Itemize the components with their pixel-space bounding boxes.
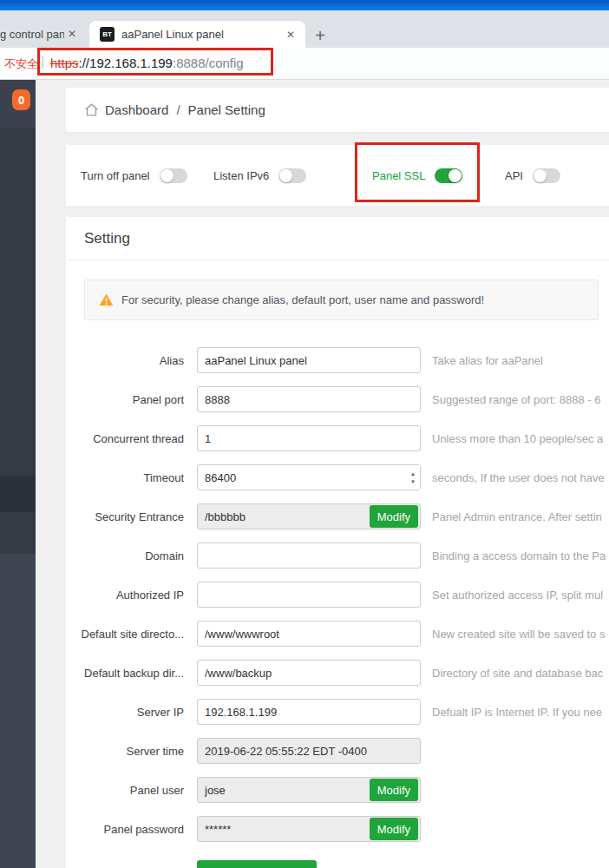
field-label: Authorized IP (66, 589, 184, 602)
window-titlebar (0, 0, 609, 10)
breadcrumb-current: Panel Setting (188, 102, 265, 117)
toggle-panel-ssl[interactable]: Panel SSL (372, 145, 462, 206)
toggle-knob (279, 169, 292, 182)
field-input[interactable] (197, 582, 421, 608)
spinner-down-icon[interactable]: ▼ (410, 479, 416, 484)
field-wrap (197, 347, 421, 373)
field-wrap (197, 621, 421, 647)
form-row-panel-port: Panel port Suggested range of port: 8888… (66, 386, 609, 412)
field-help: New created site will be saved to s (432, 628, 605, 641)
field-label: Security Entrance (66, 510, 184, 523)
sidebar-section (0, 512, 36, 554)
toggle-label: Listen IPv6 (213, 169, 269, 182)
new-tab-button[interactable]: + (309, 24, 331, 47)
number-spinner[interactable]: ▲▼ (406, 465, 420, 490)
form-row-server-time: Server time (66, 738, 609, 764)
tab-title: g control pane (0, 28, 64, 41)
home-icon[interactable] (84, 102, 99, 117)
sidebar-badge[interactable]: 0 (12, 89, 30, 110)
toggle-knob (449, 169, 462, 182)
sidebar-item-selected[interactable] (0, 476, 36, 512)
toggle-switch[interactable] (278, 168, 306, 183)
tab-strip: g control pane ✕ BT aaPanel Linux panel … (0, 10, 609, 48)
breadcrumb: Dashboard / Panel Setting (66, 88, 609, 133)
close-icon[interactable]: ✕ (286, 29, 295, 41)
breadcrumb-root[interactable]: Dashboard (105, 102, 168, 117)
field-help: Take alias for aaPanel (432, 354, 543, 367)
toggle-label: Turn off panel (81, 169, 150, 182)
form-row-domain: Domain Binding a access domain to the Pa (66, 542, 609, 569)
url-text[interactable]: https://192.168.1.199:8888/config (50, 56, 244, 70)
save-button[interactable]: Save (197, 860, 317, 868)
sidebar-section (0, 128, 36, 476)
setting-card: Setting For security, please change alia… (66, 217, 609, 868)
field-wrap (197, 582, 421, 608)
field-input[interactable] (197, 464, 421, 490)
field-input[interactable] (197, 425, 421, 451)
field-wrap (197, 660, 421, 686)
modify-button[interactable]: Modify (370, 818, 418, 840)
url-scheme: https (50, 56, 79, 70)
warning-text: For security, please change alias, defau… (121, 293, 484, 306)
setting-form: Alias Take alias for aaPanel Panel port … (66, 347, 609, 842)
toggle-label: Panel SSL (372, 169, 425, 182)
field-label: Concurrent thread (66, 432, 184, 445)
tab-aapanel[interactable]: BT aaPanel Linux panel ✕ (89, 21, 305, 48)
spinner-up-icon[interactable]: ▲ (410, 471, 416, 477)
field-label: Domain (66, 549, 184, 562)
url-path: :8888/config (173, 56, 244, 70)
toggle-turn-off-panel[interactable]: Turn off panel (81, 145, 187, 206)
form-row-security-entrance: Security Entrance Modify Panel Admin ent… (66, 503, 609, 529)
field-input[interactable] (197, 738, 421, 764)
field-input[interactable] (197, 542, 421, 569)
sidebar-section-top: 0 (0, 80, 36, 128)
toggle-switch[interactable] (435, 168, 462, 183)
form-row-panel-password: Panel password Modify (66, 816, 609, 842)
form-row-panel-user: Panel user Modify (66, 777, 609, 803)
toggle-switch[interactable] (160, 168, 187, 183)
field-wrap: Modify (197, 816, 421, 842)
field-label: Timeout (66, 471, 184, 484)
panel-toggles: Turn off panel Listen IPv6 Panel SSL API (66, 145, 609, 206)
modify-button[interactable]: Modify (370, 779, 418, 801)
bt-favicon-icon: BT (100, 27, 115, 42)
field-wrap (197, 738, 421, 764)
toggle-api[interactable]: API (505, 145, 560, 206)
field-label: Panel user (66, 784, 184, 797)
field-wrap (197, 425, 421, 451)
field-wrap (197, 699, 421, 725)
toggle-listen-ipv6[interactable]: Listen IPv6 (213, 145, 306, 206)
field-label: Panel password (66, 823, 184, 836)
close-icon[interactable]: ✕ (68, 28, 76, 40)
field-input[interactable] (197, 347, 421, 373)
toggle-switch[interactable] (533, 168, 560, 183)
field-label: Server IP (66, 706, 184, 719)
form-row-server-ip: Server IP Defualt IP is Internet IP. If … (66, 699, 609, 725)
app-area: 0 Dashboard / Panel Setting Turn off pan… (0, 80, 609, 868)
field-wrap: Modify (197, 777, 421, 803)
breadcrumb-separator: / (176, 102, 180, 117)
address-bar[interactable]: 不安全 | https://192.168.1.199:8888/config (0, 48, 609, 80)
modify-button[interactable]: Modify (370, 505, 418, 528)
tab-control-panel[interactable]: g control pane ✕ (0, 22, 87, 46)
field-help: Defualt IP is Internet IP. If you nee (432, 706, 602, 719)
field-label: Default backup dir... (66, 667, 184, 680)
field-wrap (197, 542, 421, 569)
form-row-alias: Alias Take alias for aaPanel (66, 347, 609, 373)
field-input[interactable] (197, 386, 421, 412)
field-help: Directory of site and database bac (432, 667, 603, 680)
field-wrap: ▲▼ (197, 464, 421, 490)
field-wrap: Modify (197, 503, 421, 529)
url-separator: | (41, 54, 44, 69)
field-help: Unless more than 10 people/sec a (432, 432, 603, 445)
field-input[interactable] (197, 699, 421, 725)
tab-title: aaPanel Linux panel (121, 28, 283, 41)
field-label: Default site directo... (66, 628, 184, 641)
security-warning: For security, please change alias, defau… (84, 279, 599, 320)
field-input[interactable] (197, 621, 421, 647)
form-row-concurrent-thread: Concurrent thread Unless more than 10 pe… (66, 425, 609, 451)
main-content: Dashboard / Panel Setting Turn off panel… (36, 80, 609, 868)
field-input[interactable] (197, 660, 421, 686)
toggle-knob (160, 169, 174, 182)
setting-title: Setting (66, 217, 609, 260)
